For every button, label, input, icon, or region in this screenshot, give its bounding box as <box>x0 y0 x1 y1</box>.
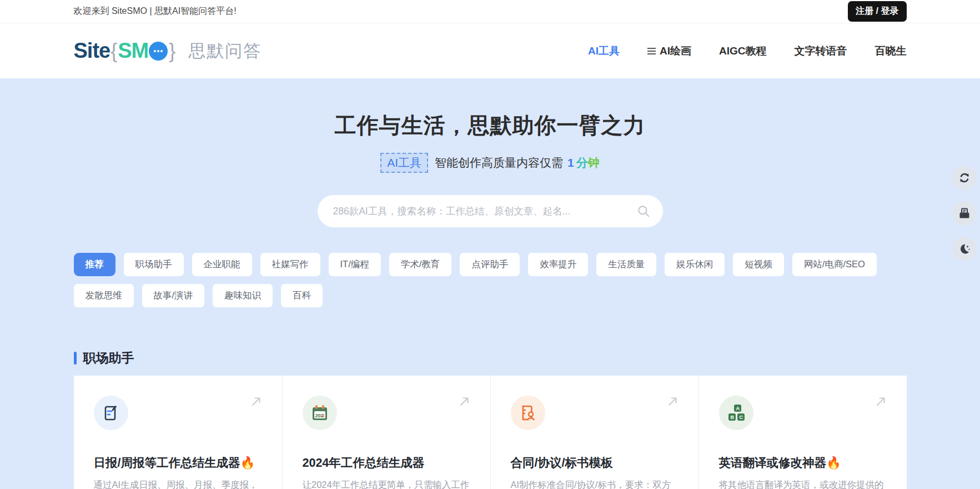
tag-website-seo[interactable]: 网站/电商/SEO <box>792 253 877 276</box>
arrow-up-right-icon <box>249 395 263 411</box>
tag-review[interactable]: 点评助手 <box>460 253 520 276</box>
tag-life-quality[interactable]: 生活质量 <box>596 253 656 276</box>
contract-icon <box>511 396 545 430</box>
card-title: 日报/周报等工作总结生成器🔥 <box>94 455 262 471</box>
logo-brace-close: } <box>169 39 175 63</box>
moon-stars-icon <box>958 242 971 256</box>
arrow-up-right-icon <box>873 395 888 411</box>
calendar-year-suffix: 4 <box>321 413 324 418</box>
welcome-text: 欢迎来到 SiteSMO | 思默AI智能问答平台! <box>74 6 237 17</box>
floating-toolbar <box>952 166 977 261</box>
nav-ai-painting[interactable]: AI绘画 <box>647 44 691 58</box>
refresh-icon <box>958 171 971 184</box>
card-2024-summary-generator[interactable]: 202 4 2024年工作总结生成器 让2024年工作总结更简单，只需输入工作内… <box>282 376 490 489</box>
block-letter-a: A <box>736 406 740 411</box>
section-header: 职场助手 <box>74 350 907 367</box>
hero-section: 工作与生活，思默助你一臂之力 AI工具 智能创作高质量内容仅需 1 分 钟 推荐… <box>0 78 980 489</box>
card-description: 让2024年工作总结更简单，只需输入工作内容和岗位，AI帮你生成工作总结 <box>303 478 470 489</box>
highlight-unit-2: 钟 <box>588 155 600 171</box>
nav-ai-tools[interactable]: AI工具 <box>588 44 620 58</box>
nav-aigc-tutorial[interactable]: AIGC教程 <box>719 44 767 58</box>
ai-tools-chip: AI工具 <box>380 153 428 173</box>
tag-encyclopedia[interactable]: 百科 <box>281 284 323 307</box>
nav-ai-tools-label: AI工具 <box>588 44 620 58</box>
dark-mode-button[interactable] <box>952 237 977 261</box>
tag-short-video[interactable]: 短视频 <box>733 253 784 276</box>
hero-subtitle-text: 智能创作高质量内容仅需 <box>435 155 563 171</box>
logo-chinese-name: 思默问答 <box>188 39 262 63</box>
tag-divergent-thinking[interactable]: 发散思维 <box>74 284 134 307</box>
card-description: 通过AI生成日报、周报、月报、季度报，让工作报告更简单，大大提升效率 <box>94 478 262 489</box>
main-nav: AI工具 AI绘画 AIGC教程 文字转语音 百晓生 <box>588 44 907 58</box>
arrow-up-right-icon <box>457 395 471 411</box>
logo-site-text: Site <box>74 39 110 63</box>
nav-text-to-speech-label: 文字转语音 <box>795 44 847 58</box>
abc-blocks-icon: A B C <box>719 396 753 430</box>
card-daily-report-generator[interactable]: 日报/周报等工作总结生成器🔥 通过AI生成日报、周报、月报、季度报，让工作报告更… <box>74 376 282 489</box>
block-letter-b: B <box>730 415 734 420</box>
menu-lines-icon <box>647 48 656 54</box>
search-bar <box>318 195 663 227</box>
tag-entertainment[interactable]: 娱乐休闲 <box>665 253 725 276</box>
hero-subtitle: AI工具 智能创作高质量内容仅需 1 分 钟 <box>0 153 980 173</box>
logo-brace-open: { <box>110 39 117 63</box>
card-title: 合同/协议/标书模板 <box>511 455 679 471</box>
card-contract-templates[interactable]: 合同/协议/标书模板 AI制作标准合同/协议/标书，要求：双方信息、合同内容、终… <box>490 376 698 489</box>
tag-fun-facts[interactable]: 趣味知识 <box>213 284 273 307</box>
tag-enterprise[interactable]: 企业职能 <box>192 253 252 276</box>
tag-recommended[interactable]: 推荐 <box>74 253 115 276</box>
nav-ai-painting-label: AI绘画 <box>660 44 691 58</box>
hero-title: 工作与生活，思默助你一臂之力 <box>0 111 980 141</box>
refresh-button[interactable] <box>952 166 977 190</box>
site-logo[interactable]: Site { SM } 思默问答 <box>74 39 262 63</box>
inbox-button[interactable] <box>952 201 977 226</box>
section-title: 职场助手 <box>83 350 134 367</box>
header: Site { SM } 思默问答 AI工具 AI绘画 AIGC教程 文字转语音 … <box>0 23 980 78</box>
tag-story-speech[interactable]: 故事/演讲 <box>142 284 205 307</box>
card-title: 英语翻译或修改神器🔥 <box>719 455 887 471</box>
search-icon[interactable] <box>636 204 651 221</box>
tool-cards: 日报/周报等工作总结生成器🔥 通过AI生成日报、周报、月报、季度报，让工作报告更… <box>74 376 907 489</box>
tag-academic[interactable]: 学术/教育 <box>389 253 452 276</box>
card-description: AI制作标准合同/协议/标书，要求：双方信息、合同内容、终止条款等 <box>511 478 679 489</box>
logo-sm-text: SM <box>118 39 148 63</box>
card-title: 2024年工作总结生成器 <box>303 455 470 471</box>
section-accent-bar <box>74 352 77 365</box>
tag-social-media[interactable]: 社媒写作 <box>260 253 320 276</box>
block-letter-c: C <box>739 415 743 420</box>
topbar: 欢迎来到 SiteSMO | 思默AI智能问答平台! 注册 / 登录 <box>0 0 980 23</box>
inbox-icon <box>958 207 971 220</box>
nav-aigc-tutorial-label: AIGC教程 <box>719 44 767 58</box>
report-edit-icon <box>94 396 128 430</box>
highlight-number: 1 <box>567 156 574 169</box>
category-tags: 推荐 职场助手 企业职能 社媒写作 IT/编程 学术/教育 点评助手 效率提升 … <box>74 253 907 307</box>
tag-it-coding[interactable]: IT/编程 <box>329 253 381 276</box>
nav-baixiaosheng[interactable]: 百晓生 <box>875 44 907 58</box>
highlight-unit-1: 分 <box>576 155 588 171</box>
card-description: 将其他语言翻译为英语，或改进你提供的英语句子，提升工作效率 <box>719 478 887 489</box>
tag-efficiency[interactable]: 效率提升 <box>528 253 588 276</box>
search-input[interactable] <box>318 195 663 227</box>
logo-speech-bubble-icon <box>149 42 168 61</box>
nav-text-to-speech[interactable]: 文字转语音 <box>795 44 847 58</box>
nav-baixiaosheng-label: 百晓生 <box>875 44 907 58</box>
register-login-button[interactable]: 注册 / 登录 <box>848 1 906 22</box>
calendar-2024-icon: 202 4 <box>303 396 337 430</box>
card-english-translation[interactable]: A B C 英语翻译或修改神器🔥 将其他语言翻译为英语，或改进你提供的英语句子，… <box>698 376 907 489</box>
arrow-up-right-icon <box>665 395 680 411</box>
tag-workplace[interactable]: 职场助手 <box>124 253 184 276</box>
